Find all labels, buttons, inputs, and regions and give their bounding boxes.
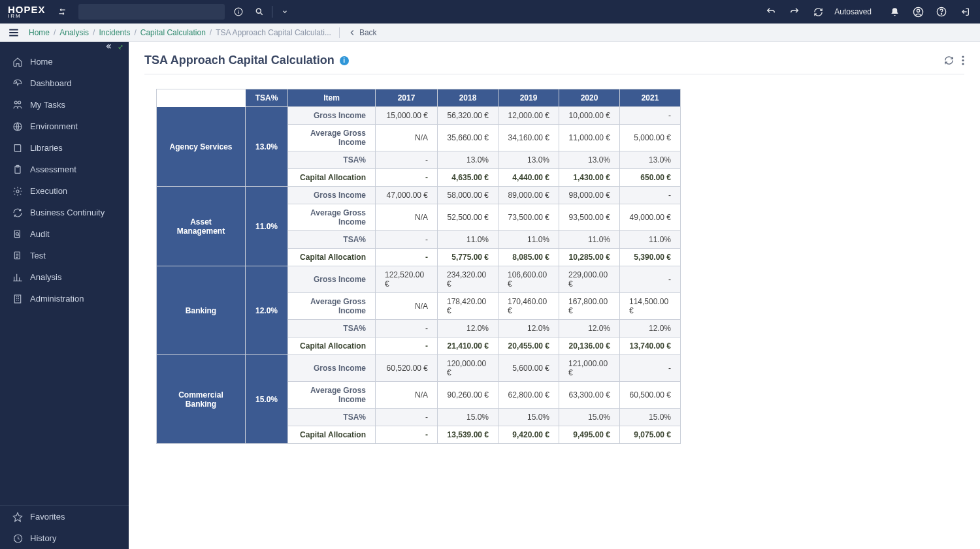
- value-cell: N/A: [376, 125, 438, 151]
- value-cell: 9,420.00 €: [498, 426, 559, 444]
- value-cell: 4,635.00 €: [438, 169, 498, 187]
- value-cell: 234,320.00 €: [438, 266, 498, 293]
- pin-icon[interactable]: [116, 43, 123, 50]
- sidebar-item-my-tasks[interactable]: My Tasks: [0, 94, 129, 116]
- breadcrumb-sep: /: [54, 28, 56, 37]
- value-cell: 20,455.00 €: [498, 337, 559, 355]
- breadcrumb-item[interactable]: Analysis: [59, 28, 89, 37]
- value-cell: 12.0%: [559, 320, 620, 337]
- value-cell: N/A: [376, 382, 438, 409]
- refresh-icon[interactable]: [811, 7, 825, 17]
- svg-rect-14: [14, 230, 20, 238]
- sidebar-item-dashboard[interactable]: Dashboard: [0, 72, 129, 94]
- chart-icon: [10, 272, 25, 283]
- search-input[interactable]: [78, 4, 225, 20]
- sidebar-item-label: My Tasks: [30, 100, 65, 110]
- sidebar-item-audit[interactable]: Audit: [0, 223, 129, 245]
- value-cell: -: [376, 409, 438, 426]
- value-cell: -: [376, 249, 438, 266]
- star-icon: [10, 512, 25, 522]
- value-cell: 35,660.00 €: [438, 125, 498, 151]
- value-cell: 15.0%: [559, 409, 620, 426]
- sidebar: HomeDashboardMy TasksEnvironmentLibrarie…: [0, 42, 129, 549]
- gear-icon: [10, 186, 25, 196]
- value-cell: 8,085.00 €: [498, 249, 559, 266]
- sidebar-item-analysis[interactable]: Analysis: [0, 266, 129, 288]
- value-cell: 15,000.00 €: [376, 107, 438, 125]
- breadcrumb-item: TSA Approach Capital Calculati...: [216, 28, 331, 37]
- back-button[interactable]: Back: [348, 28, 377, 37]
- value-cell: 5,775.00 €: [438, 249, 498, 266]
- chevron-down-icon[interactable]: [278, 8, 292, 15]
- value-cell: 122,520.00 €: [376, 266, 438, 293]
- sidebar-item-assessment[interactable]: Assessment: [0, 159, 129, 180]
- divider: [144, 74, 964, 74]
- info-icon[interactable]: [231, 7, 246, 16]
- redo-icon[interactable]: [787, 7, 802, 17]
- logout-icon[interactable]: [958, 7, 972, 17]
- breadcrumb-item[interactable]: Incidents: [99, 28, 130, 37]
- value-cell: 34,160.00 €: [498, 125, 559, 151]
- row-group: Asset Management: [157, 187, 246, 266]
- swap-icon[interactable]: [55, 7, 69, 16]
- undo-icon[interactable]: [764, 7, 778, 17]
- item-label: Average Gross Income: [288, 125, 376, 151]
- value-cell: 13.0%: [620, 151, 681, 169]
- value-cell: 60,500.00 €: [620, 382, 681, 409]
- sidebar-item-business-continuity[interactable]: Business Continuity: [0, 202, 129, 223]
- value-cell: -: [376, 231, 438, 249]
- flask-icon: [10, 251, 25, 261]
- value-cell: 5,600.00 €: [498, 355, 559, 382]
- item-label: Capital Allocation: [288, 337, 376, 355]
- value-cell: -: [376, 426, 438, 444]
- breadcrumb-item[interactable]: Capital Calculation: [140, 28, 206, 37]
- item-label: Gross Income: [288, 266, 376, 293]
- value-cell: 13.0%: [559, 151, 620, 169]
- more-icon[interactable]: [962, 55, 964, 65]
- sidebar-item-label: History: [30, 533, 56, 543]
- sidebar-item-label: Analysis: [30, 272, 61, 282]
- item-label: Capital Allocation: [288, 169, 376, 187]
- row-group-tsa: 13.0%: [246, 107, 288, 187]
- sidebar-item-label: Dashboard: [30, 78, 72, 88]
- sidebar-item-label: Assessment: [30, 165, 76, 174]
- user-icon[interactable]: [911, 7, 925, 18]
- home-icon: [10, 57, 25, 67]
- collapse-icon[interactable]: [105, 42, 112, 50]
- search-icon[interactable]: [252, 7, 267, 16]
- value-cell: 56,320.00 €: [438, 107, 498, 125]
- sidebar-item-libraries[interactable]: Libraries: [0, 137, 129, 159]
- value-cell: 93,500.00 €: [559, 204, 620, 231]
- col-header: Item: [288, 89, 376, 107]
- refresh-icon[interactable]: [944, 55, 954, 65]
- subbar: Home/Analysis/Incidents/Capital Calculat…: [0, 24, 980, 42]
- row-group-tsa: 15.0%: [246, 355, 288, 444]
- bell-icon[interactable]: [887, 7, 902, 17]
- value-cell: 12,000.00 €: [498, 107, 559, 125]
- value-cell: 11.0%: [559, 231, 620, 249]
- sidebar-item-environment[interactable]: Environment: [0, 116, 129, 137]
- value-cell: -: [620, 266, 681, 293]
- sidebar-item-favorites[interactable]: Favorites: [0, 506, 129, 527]
- value-cell: -: [620, 187, 681, 204]
- item-label: TSA%: [288, 151, 376, 169]
- help-icon[interactable]: [934, 7, 949, 17]
- sidebar-item-execution[interactable]: Execution: [0, 180, 129, 202]
- value-cell: 229,000.00 €: [559, 266, 620, 293]
- row-group: Agency Services: [157, 107, 246, 187]
- breadcrumb-item[interactable]: Home: [29, 28, 50, 37]
- sidebar-item-test[interactable]: Test: [0, 245, 129, 266]
- info-badge-icon[interactable]: i: [340, 56, 349, 65]
- sidebar-item-history[interactable]: History: [0, 527, 129, 549]
- value-cell: 21,410.00 €: [438, 337, 498, 355]
- item-label: Gross Income: [288, 187, 376, 204]
- value-cell: 12.0%: [620, 320, 681, 337]
- svg-point-5: [917, 9, 919, 12]
- value-cell: 58,000.00 €: [438, 187, 498, 204]
- hamburger-icon[interactable]: [8, 27, 20, 39]
- sidebar-item-home[interactable]: Home: [0, 51, 129, 72]
- svg-point-9: [18, 101, 21, 104]
- sidebar-item-administration[interactable]: Administration: [0, 288, 129, 309]
- value-cell: 47,000.00 €: [376, 187, 438, 204]
- value-cell: 15.0%: [620, 409, 681, 426]
